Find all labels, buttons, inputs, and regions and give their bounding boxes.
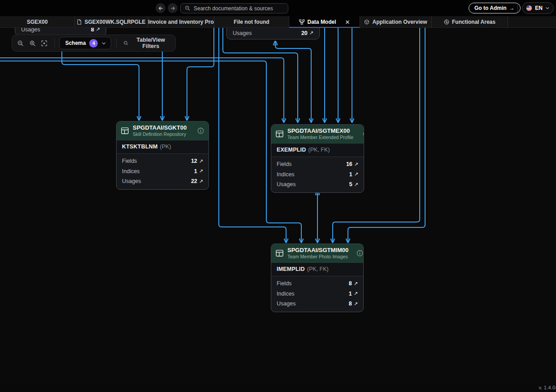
tab-file-not-found[interactable]: File not found: [214, 16, 289, 28]
info-icon[interactable]: [356, 250, 363, 257]
search-icon: [185, 5, 191, 11]
entity-title: SPGDTAAI/SGKT00: [133, 124, 187, 131]
indices-link[interactable]: 1↗: [194, 168, 203, 174]
external-link-icon: ↗: [354, 301, 358, 307]
external-link-icon: ↗: [354, 291, 358, 296]
external-link-icon: ↗: [96, 28, 100, 32]
info-icon[interactable]: [197, 127, 204, 134]
footer-bar: v. 1.4.0-r: [0, 383, 556, 392]
tabbar-filler: [508, 16, 556, 27]
arrow-right-icon: →: [509, 5, 515, 11]
app-screen: Search documentation & sources Go to Adm…: [0, 0, 556, 392]
data-model-icon: [299, 19, 305, 25]
tab-sgex00[interactable]: SGEX00: [0, 16, 75, 28]
external-link-icon: ↗: [354, 161, 358, 167]
tab-data-model[interactable]: Data Model ✕: [289, 16, 360, 28]
entity-card-sgtmex00[interactable]: SPGDTAAI/SGTMEX00 Team Member Extended P…: [271, 124, 364, 193]
table-view-filters-button[interactable]: Table/View Filters: [122, 37, 172, 49]
top-bar: Search documentation & sources Go to Adm…: [0, 0, 556, 16]
close-tab-icon[interactable]: ✕: [345, 19, 350, 26]
entity-card-sgkt00[interactable]: SPGDTAAI/SGKT00 Skill Definition Reposit…: [116, 121, 209, 190]
primary-key-row: IMEMPLID(PK, FK): [271, 263, 363, 276]
toolbar-divider: [54, 38, 55, 48]
usages-link[interactable]: 20 ↗: [301, 30, 313, 36]
file-icon: [77, 19, 82, 25]
indices-row: Indices 1↗: [277, 289, 358, 299]
primary-key-row: EXEMPLID(PK, FK): [271, 144, 364, 157]
external-link-icon: ↗: [199, 179, 203, 184]
arrow-right-icon: [170, 5, 176, 11]
diagram-toolbar: Schema 4 Table/View Filters: [12, 35, 176, 52]
search-icon: [123, 40, 128, 46]
info-icon[interactable]: [363, 131, 364, 137]
entity-subtitle: Team Member Photo Images: [287, 254, 348, 259]
toolbar-divider: [116, 38, 117, 48]
topbar-divider: [517, 4, 518, 12]
usages-link[interactable]: 8↗: [349, 301, 358, 307]
external-link-icon: ↗: [354, 281, 358, 287]
primary-key-row: KTSKTBLNM(PK): [117, 140, 208, 154]
tab-sgex00wk-sqlrpgle[interactable]: SGEX00WK.SQLRPGLE: [75, 16, 148, 28]
indices-row: Indices 1↗: [122, 166, 203, 177]
forward-button[interactable]: [168, 3, 178, 13]
schema-dropdown[interactable]: Schema 4: [59, 37, 111, 49]
external-link-icon: ↗: [199, 168, 203, 174]
usages-link[interactable]: 5↗: [349, 181, 358, 187]
usages-row: Usages 22↗: [122, 176, 203, 187]
indices-link[interactable]: 1↗: [349, 291, 358, 297]
fields-link[interactable]: 8↗: [349, 280, 358, 287]
external-link-icon: ↗: [354, 182, 358, 187]
version-label: v. 1.4.0-r: [539, 385, 556, 390]
tab-functional-areas[interactable]: Functional Areas: [432, 16, 508, 28]
usages-row: Usages 8↗: [277, 299, 358, 309]
entity-title: SPGDTAAI/SGTMIM00: [287, 247, 348, 253]
package-icon: [364, 19, 369, 25]
schema-count-badge: 4: [89, 39, 98, 48]
partial-entity-card-top[interactable]: Usages 20 ↗: [226, 28, 320, 39]
global-search-input[interactable]: Search documentation & sources: [180, 3, 288, 13]
zoom-out-button[interactable]: [16, 37, 26, 49]
fields-link[interactable]: 12↗: [191, 158, 203, 164]
tab-invoice-inventory-pro[interactable]: Invoice and Inventory Pro: [148, 16, 214, 28]
flag-globe-icon: [526, 5, 532, 11]
usages-row: Usages 5↗: [277, 179, 358, 190]
go-to-admin-button[interactable]: Go to Admin →: [469, 3, 521, 13]
chevron-down-icon: [101, 41, 106, 46]
usages-link[interactable]: 22↗: [191, 178, 203, 184]
entity-subtitle: Team Member Extended Profile I...: [287, 135, 355, 140]
entity-card-sgtmim00[interactable]: SPGDTAAI/SGTMIM00 Team Member Photo Imag…: [271, 244, 364, 312]
tab-application-overview[interactable]: Application Overview: [360, 16, 432, 28]
back-button[interactable]: [156, 3, 165, 13]
fit-view-button[interactable]: [39, 37, 49, 49]
globe-wheel-icon: [444, 19, 449, 25]
tab-bar: SGEX00 SGEX00WK.SQLRPGLE Invoice and Inv…: [0, 16, 556, 28]
chevron-down-icon: [545, 6, 550, 10]
data-model-canvas[interactable]: Usages 8 ↗ Usages 20 ↗: [0, 28, 556, 383]
external-link-icon: ↗: [199, 158, 203, 164]
entity-title: SPGDTAAI/SGTMEX00: [287, 127, 355, 134]
external-link-icon: ↗: [309, 30, 313, 36]
indices-row: Indices 1↗: [277, 170, 358, 180]
entity-subtitle: Skill Definition Repository: [133, 131, 187, 137]
indices-link[interactable]: 1↗: [349, 171, 358, 178]
fields-link[interactable]: 16↗: [346, 161, 358, 167]
connector-lines: [0, 28, 556, 383]
table-icon: [276, 250, 283, 257]
arrow-left-icon: [158, 5, 164, 11]
zoom-in-button[interactable]: [28, 37, 38, 49]
search-placeholder: Search documentation & sources: [194, 5, 273, 12]
fields-row: Fields 12↗: [122, 156, 203, 166]
table-icon: [121, 127, 129, 134]
table-icon: [276, 131, 283, 137]
fields-row: Fields 8↗: [277, 279, 358, 289]
external-link-icon: ↗: [354, 171, 358, 177]
fields-row: Fields 16↗: [277, 159, 358, 170]
language-selector[interactable]: EN: [522, 2, 554, 14]
usages-link[interactable]: 8 ↗: [91, 28, 100, 33]
